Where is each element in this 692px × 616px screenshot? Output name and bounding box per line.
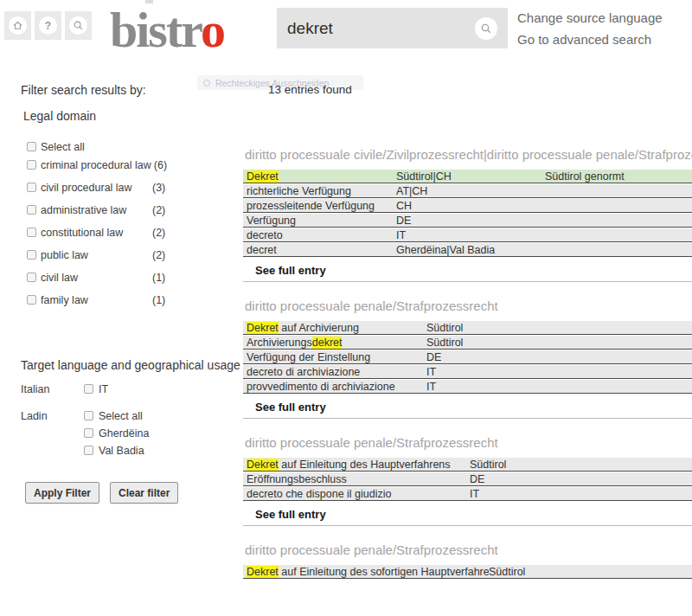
table-row: Dekret auf Einleitung des Hauptverfahren… — [243, 458, 692, 472]
legal-domain-checkbox[interactable] — [27, 295, 36, 305]
term-cell: decreto — [247, 228, 396, 241]
term-table: DekretSüdtirol|CHSüdtirol genormtrichter… — [243, 170, 692, 257]
clear-filter-button[interactable]: Clear filter — [110, 482, 178, 504]
italian-filter-row: Italian IT — [21, 383, 228, 401]
language-cell: CH — [396, 199, 545, 212]
home-button[interactable] — [4, 11, 31, 40]
advanced-search-link[interactable]: Go to advanced search — [517, 33, 663, 46]
term-cell: decreto di archiviazione — [247, 365, 426, 378]
table-row: prozessleitende VerfügungCH — [243, 199, 692, 213]
filter-option-row: family law(1) — [21, 294, 239, 307]
snip-icon — [203, 80, 210, 87]
search-icon — [69, 16, 87, 35]
ladin-filter-row: Ladin Select all — [21, 410, 228, 427]
term-cell: prozessleitende Verfügung — [247, 199, 396, 212]
filter-option-row: criminal procedural law(6) — [21, 159, 239, 172]
term-cell: Verfügung der Einstellung — [247, 350, 426, 363]
filter-option-label: Select all — [99, 410, 143, 423]
search-nav-button[interactable] — [65, 11, 92, 40]
filter-option-label: family law — [41, 294, 152, 307]
search-term-highlight: Dekret — [247, 459, 279, 471]
legal-domain-checkbox[interactable] — [27, 142, 36, 151]
legal-domain-checkbox[interactable] — [27, 273, 36, 282]
term-table: Dekret auf Einleitung des sofortigen Hau… — [243, 565, 692, 579]
search-term-highlight: Dekret — [247, 322, 279, 334]
language-cell: Südtirol — [470, 458, 506, 471]
ladin-select-all-checkbox[interactable] — [84, 411, 93, 420]
table-row: ArchivierungsdekretSüdtirol — [243, 336, 692, 350]
language-cell: DE — [470, 472, 484, 485]
result-group: diritto processuale penale/Strafprozessr… — [243, 298, 692, 419]
group-domain-header: diritto processuale penale/Strafprozessr… — [245, 542, 692, 558]
language-cell: IT — [426, 380, 436, 393]
search-submit-button[interactable] — [475, 17, 497, 40]
change-source-language-link[interactable]: Change source language — [517, 11, 663, 24]
search-input[interactable] — [277, 8, 508, 48]
sidebar-title: Filter search results by: — [21, 83, 146, 97]
ladin-valbadia-checkbox[interactable] — [84, 446, 93, 455]
table-row: decretGherdëina|Val Badia — [243, 243, 692, 257]
search-term-highlight: Dekret — [247, 566, 279, 578]
legal-domain-checkbox[interactable] — [27, 250, 36, 260]
result-group: diritto processuale civile/Zivilprozessr… — [243, 147, 692, 282]
term-cell: richterliche Verfügung — [247, 184, 396, 197]
language-cell: IT — [396, 228, 545, 241]
filter-option-row: civil procedural law(3) — [21, 182, 239, 195]
logo-text: bistr — [110, 2, 201, 58]
filter-option-count: (3) — [152, 182, 165, 195]
logo-o: o — [201, 2, 224, 58]
legal-domain-checkbox[interactable] — [27, 183, 36, 192]
apply-filter-button[interactable]: Apply Filter — [25, 482, 99, 504]
group-domain-header: diritto processuale penale/Strafprozessr… — [245, 435, 692, 451]
filter-option-label: civil law — [41, 272, 152, 285]
legal-domain-checkbox[interactable] — [27, 160, 36, 170]
table-row: decreto di archiviazioneIT — [243, 365, 692, 379]
filter-option-label: administrative law — [41, 204, 152, 217]
filter-option-label: Gherdëina — [99, 427, 149, 440]
table-row: decretoIT — [243, 228, 692, 242]
term-cell: decreto che dispone il giudizio — [247, 487, 470, 500]
help-button[interactable]: ? — [35, 11, 61, 40]
term-cell: Dekret — [247, 170, 396, 183]
legal-domain-checkbox[interactable] — [27, 205, 36, 215]
table-row: richterliche VerfügungAT|CH — [243, 184, 692, 198]
term-cell: Dekret auf Einleitung des sofortigen Hau… — [247, 565, 489, 578]
see-full-entry-link[interactable]: See full entry — [255, 508, 326, 521]
divider — [243, 525, 692, 526]
filter-sidebar: Filter search results by: Legal domain S… — [0, 61, 243, 616]
ladin-filter-row: Gherdëina — [21, 427, 228, 445]
filter-option-label: constitutional law — [41, 227, 152, 240]
ladin-gherdeina-checkbox[interactable] — [84, 428, 93, 438]
italian-it-checkbox[interactable] — [84, 384, 93, 394]
filter-option-count: (2) — [152, 204, 165, 217]
ladin-filter-block: Ladin Select all Gherdëina Val Badia — [21, 410, 228, 462]
table-row: EröffnungsbeschlussDE — [243, 472, 692, 486]
filter-option-label: Select all — [41, 141, 152, 154]
language-cell: AT|CH — [396, 184, 545, 197]
app-logo[interactable]: bistro — [110, 0, 224, 61]
language-cell: Gherdëina|Val Badia — [396, 243, 545, 256]
normed-flag-cell: Südtirol genormt — [545, 170, 625, 183]
language-cell: Südtirol — [426, 336, 463, 349]
see-full-entry-link[interactable]: See full entry — [255, 264, 326, 277]
term-cell: Dekret auf Archivierung — [247, 321, 426, 334]
filter-option-row: public law(2) — [21, 249, 239, 262]
ladin-filter-row: Val Badia — [21, 445, 228, 462]
result-group: diritto processuale penale/Strafprozessr… — [243, 435, 692, 526]
filter-option-row: Select all — [21, 141, 239, 154]
home-icon — [9, 16, 27, 35]
legal-domain-checkbox[interactable] — [27, 228, 36, 237]
target-language-title: Target language and geographical usage — [21, 358, 242, 372]
filter-option-label: IT — [99, 383, 108, 396]
results-area: 13 entries found diritto processuale civ… — [243, 61, 692, 616]
result-group: diritto processuale penale/Strafprozessr… — [243, 542, 692, 579]
see-full-entry-link[interactable]: See full entry — [255, 401, 326, 414]
term-cell: Archivierungsdekret — [247, 336, 426, 349]
language-group-label: Ladin — [21, 410, 48, 423]
filter-option-label: civil procedural law — [41, 182, 152, 195]
group-domain-header: diritto processuale penale/Strafprozessr… — [245, 298, 692, 314]
language-group-label: Italian — [21, 383, 49, 396]
header-links: Change source language Go to advanced se… — [517, 11, 663, 46]
filter-option-label: public law — [41, 249, 152, 262]
language-cell: DE — [396, 214, 545, 227]
